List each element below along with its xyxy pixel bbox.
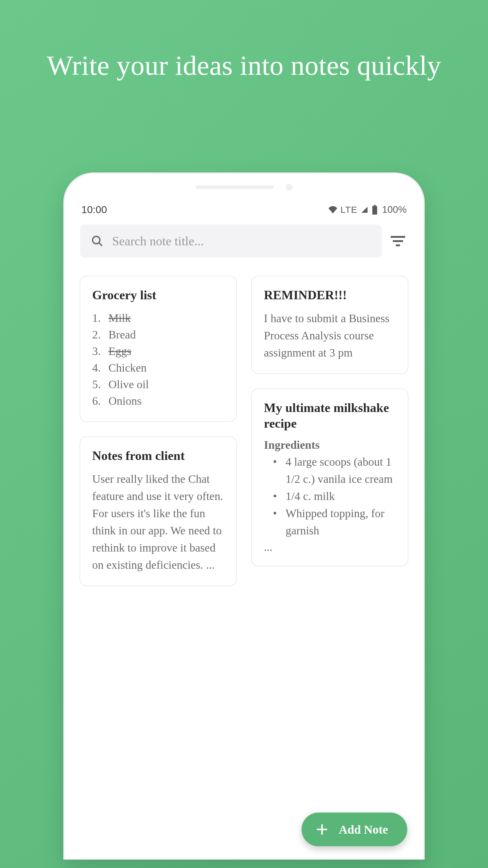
- notes-grid: Grocery list 1.Milk2.Bread3.Eggs4.Chicke…: [64, 258, 424, 586]
- filter-icon: [391, 236, 405, 247]
- list-item: 2.Bread: [92, 327, 225, 343]
- search-icon: [91, 235, 104, 247]
- status-bar: 10:00 LTE 100%: [64, 201, 424, 221]
- phone-frame: 10:00 LTE 100% Grocery list 1.Milk2.Brea…: [63, 173, 425, 860]
- svg-point-2: [93, 236, 100, 244]
- wifi-icon: [328, 206, 337, 213]
- page-headline: Write your ideas into notes quickly: [0, 0, 488, 83]
- search-input[interactable]: [112, 234, 371, 248]
- signal-icon: [360, 206, 369, 213]
- note-title: Grocery list: [92, 287, 225, 303]
- search-box[interactable]: [80, 224, 382, 258]
- list-item: 5.Olive oil: [92, 376, 225, 393]
- note-title: My ultimate milkshake recipe: [264, 400, 397, 432]
- svg-line-3: [99, 243, 102, 246]
- battery-percent: 100%: [382, 204, 407, 215]
- fab-label: Add Note: [339, 823, 388, 837]
- recipe-subhead: Ingredients: [264, 438, 397, 452]
- list-item: 6.Onions: [92, 393, 225, 409]
- list-item: 4 large scoops (about 1 1/2 c.) vanila i…: [273, 453, 397, 488]
- note-body: User really liked the Chat feature and u…: [92, 470, 225, 574]
- grocery-list: 1.Milk2.Bread3.Eggs4.Chicken5.Olive oil6…: [92, 310, 225, 410]
- svg-rect-1: [372, 206, 377, 215]
- ellipsis: ...: [264, 540, 397, 554]
- note-card-reminder[interactable]: REMINDER!!! I have to submit a Business …: [251, 276, 409, 374]
- phone-notch: [64, 174, 424, 201]
- note-card-recipe[interactable]: My ultimate milkshake recipe Ingredients…: [251, 389, 409, 566]
- list-item: 3.Eggs: [92, 343, 225, 360]
- list-item: 4.Chicken: [92, 360, 225, 376]
- filter-button[interactable]: [384, 227, 412, 255]
- list-item: Whipped topping, for garnish: [273, 505, 397, 539]
- note-card-client[interactable]: Notes from client User really liked the …: [79, 436, 237, 586]
- speaker-slot: [195, 185, 274, 189]
- note-title: REMINDER!!!: [264, 287, 397, 303]
- network-type: LTE: [340, 205, 357, 215]
- battery-icon: [372, 205, 378, 215]
- front-camera: [286, 184, 293, 190]
- note-body: I have to submit a Business Process Anal…: [264, 310, 397, 361]
- plus-icon: [316, 824, 328, 835]
- status-time: 10:00: [82, 204, 107, 216]
- add-note-button[interactable]: Add Note: [301, 812, 407, 846]
- note-title: Notes from client: [92, 448, 225, 464]
- list-item: 1/4 c. milk: [273, 488, 397, 505]
- status-right: LTE 100%: [328, 204, 407, 215]
- recipe-ingredients: 4 large scoops (about 1 1/2 c.) vanila i…: [264, 453, 397, 539]
- svg-rect-0: [374, 205, 376, 206]
- list-item: 1.Milk: [92, 310, 225, 327]
- search-row: [64, 221, 424, 258]
- note-card-grocery[interactable]: Grocery list 1.Milk2.Bread3.Eggs4.Chicke…: [79, 276, 237, 422]
